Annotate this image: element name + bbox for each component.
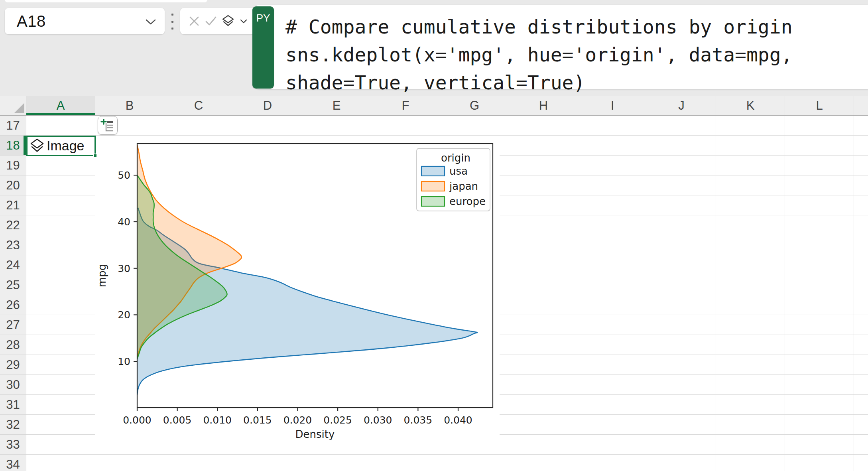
legend-label-japan: japan xyxy=(449,180,478,192)
formula-line[interactable]: shade=True, vertical=True) xyxy=(285,69,585,97)
column-header-g[interactable]: G xyxy=(440,96,509,115)
x-tick-label: 0.030 xyxy=(364,414,392,426)
image-datatype-layers-icon xyxy=(30,138,44,154)
formula-toolbar xyxy=(180,8,256,34)
row-header-20[interactable]: 20 xyxy=(0,175,26,195)
select-all-triangle-icon xyxy=(14,103,24,113)
column-header-j[interactable]: J xyxy=(647,96,716,115)
x-axis-label: Density xyxy=(295,428,335,440)
python-badge: PY xyxy=(252,6,274,89)
row-header-18[interactable]: 18 xyxy=(0,136,26,156)
row-header-31[interactable]: 31 xyxy=(0,395,26,415)
x-tick-label: 0.020 xyxy=(283,414,312,426)
x-tick-label: 0.010 xyxy=(203,414,232,426)
formula-bar[interactable]: PY # Compare cumulative distributions by… xyxy=(255,5,868,89)
embedded-chart-image[interactable]: 10203040500.0000.0050.0100.0150.0200.025… xyxy=(95,141,500,440)
row-header-33[interactable]: 33 xyxy=(0,435,26,455)
formula-bar-region: A18 PY # Compare cumulative distribu xyxy=(0,0,868,96)
y-tick-label: 20 xyxy=(118,309,130,321)
legend-swatch-europe xyxy=(421,197,445,206)
legend-title: origin xyxy=(441,152,470,164)
column-header-a[interactable]: A xyxy=(26,96,95,115)
y-tick-label: 40 xyxy=(118,216,130,228)
row-header-30[interactable]: 30 xyxy=(0,375,26,395)
row-header-21[interactable]: 21 xyxy=(0,195,26,215)
x-tick-label: 0.000 xyxy=(123,414,152,426)
x-tick-label: 0.005 xyxy=(163,414,192,426)
y-axis-label: mpg xyxy=(96,264,108,287)
y-tick-label: 30 xyxy=(118,263,130,274)
row-header-22[interactable]: 22 xyxy=(0,215,26,235)
formula-line[interactable]: # Compare cumulative distributions by or… xyxy=(285,13,793,41)
column-header-l[interactable]: L xyxy=(785,96,854,115)
row-header-23[interactable]: 23 xyxy=(0,235,26,255)
select-all-corner[interactable] xyxy=(0,96,26,116)
row-header-28[interactable]: 28 xyxy=(0,335,26,355)
column-header-h[interactable]: H xyxy=(509,96,578,115)
active-cell-value: Image xyxy=(47,138,85,154)
row-header-27[interactable]: 27 xyxy=(0,315,26,335)
x-tick-label: 0.040 xyxy=(444,414,472,426)
row-header-26[interactable]: 26 xyxy=(0,295,26,315)
column-header-e[interactable]: E xyxy=(302,96,371,115)
name-box-value: A18 xyxy=(17,12,46,30)
insert-data-button[interactable] xyxy=(98,116,118,135)
y-tick-label: 10 xyxy=(118,356,130,367)
legend-label-usa: usa xyxy=(449,165,468,177)
kde-chart: 10203040500.0000.0050.0100.0150.0200.025… xyxy=(95,141,500,440)
x-tick-label: 0.025 xyxy=(323,414,352,426)
column-header-i[interactable]: I xyxy=(578,96,647,115)
column-header-c[interactable]: C xyxy=(164,96,233,115)
x-tick-label: 0.015 xyxy=(243,414,272,426)
active-cell-a18[interactable]: Image xyxy=(26,136,96,156)
chevron-down-icon[interactable] xyxy=(146,19,156,25)
x-tick-label: 0.035 xyxy=(404,414,433,426)
row-header-32[interactable]: 32 xyxy=(0,415,26,435)
fill-handle[interactable] xyxy=(93,154,97,158)
data-type-layers-icon[interactable] xyxy=(222,15,234,28)
row-header-34[interactable]: 34 xyxy=(0,455,26,471)
ribbon-edge xyxy=(5,0,207,2)
legend-label-europe: europe xyxy=(449,195,486,207)
cancel-icon[interactable] xyxy=(189,16,199,26)
column-header-b[interactable]: B xyxy=(95,96,164,115)
y-tick-label: 50 xyxy=(118,169,130,181)
column-header-k[interactable]: K xyxy=(716,96,785,115)
confirm-icon[interactable] xyxy=(205,16,217,26)
insert-data-icon xyxy=(100,119,115,132)
row-header-19[interactable]: 19 xyxy=(0,156,26,175)
row-header-17[interactable]: 17 xyxy=(0,116,26,136)
column-header-f[interactable]: F xyxy=(371,96,440,115)
kebab-menu[interactable] xyxy=(170,14,175,30)
column-header-d[interactable]: D xyxy=(233,96,302,115)
formula-line[interactable]: sns.kdeplot(x='mpg', hue='origin', data=… xyxy=(285,41,793,69)
row-header-25[interactable]: 25 xyxy=(0,275,26,295)
row-header-29[interactable]: 29 xyxy=(0,355,26,375)
legend-swatch-usa xyxy=(421,166,445,176)
row-headers: 171819202122232425262728293031323334 xyxy=(0,116,26,471)
column-headers: ABCDEFGHIJKL xyxy=(26,96,868,116)
chevron-down-icon[interactable] xyxy=(240,19,247,24)
name-box[interactable]: A18 xyxy=(5,8,165,34)
row-header-24[interactable]: 24 xyxy=(0,255,26,275)
legend-swatch-japan xyxy=(421,181,445,191)
